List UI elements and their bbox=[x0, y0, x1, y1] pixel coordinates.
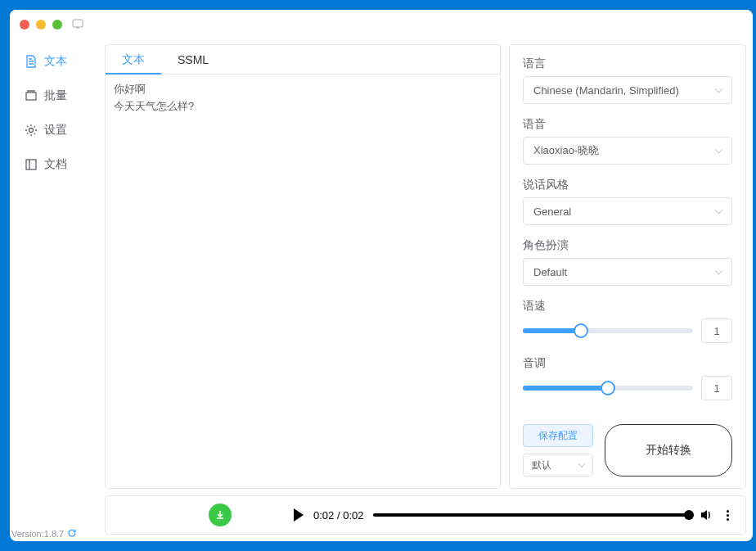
save-config-button[interactable]: 保存配置 bbox=[523, 424, 593, 447]
maximize-window-icon[interactable] bbox=[52, 20, 62, 29]
app-title: TTS-VUE bbox=[652, 13, 749, 30]
sidebar-item-batch[interactable]: 批量 bbox=[10, 79, 100, 113]
gear-icon bbox=[25, 124, 38, 137]
pitch-slider[interactable] bbox=[523, 380, 693, 396]
traffic-lights bbox=[20, 20, 62, 29]
speed-value[interactable]: 1 bbox=[701, 318, 732, 343]
language-label: 语言 bbox=[523, 56, 732, 71]
text-input[interactable]: 你好啊 今天天气怎么样? bbox=[106, 75, 500, 488]
speed-label: 语速 bbox=[523, 299, 732, 314]
player-bar: 0:02 / 0:02 bbox=[105, 495, 746, 535]
pitch-value[interactable]: 1 bbox=[701, 376, 732, 400]
preset-select[interactable]: 默认 bbox=[523, 454, 593, 476]
sidebar-item-docs[interactable]: 文档 bbox=[10, 147, 100, 182]
role-select[interactable]: Default bbox=[523, 258, 732, 286]
voice-label: 语音 bbox=[523, 117, 732, 132]
svg-point-3 bbox=[29, 129, 34, 133]
voice-select[interactable]: Xiaoxiao-晓晓 bbox=[523, 137, 732, 165]
role-label: 角色扮演 bbox=[523, 238, 732, 253]
sidebar: 文本 批量 设置 bbox=[10, 39, 100, 541]
download-button[interactable] bbox=[209, 504, 232, 526]
title-bar bbox=[10, 10, 753, 39]
close-window-icon[interactable] bbox=[20, 20, 29, 29]
version-bar: Version:1.8.7 bbox=[11, 528, 77, 540]
titlebar-app-icon bbox=[72, 19, 83, 31]
time-display: 0:02 / 0:02 bbox=[313, 509, 363, 522]
svg-rect-2 bbox=[26, 93, 36, 100]
svg-rect-4 bbox=[26, 160, 36, 169]
editor-panel: 文本 SSML 你好啊 今天天气怎么样? bbox=[105, 44, 501, 489]
refresh-icon[interactable] bbox=[67, 528, 77, 540]
volume-icon[interactable] bbox=[699, 508, 713, 522]
sidebar-item-text[interactable]: 文本 bbox=[10, 44, 100, 79]
convert-button[interactable]: 开始转换 bbox=[605, 424, 732, 476]
book-icon bbox=[25, 158, 38, 171]
minimize-window-icon[interactable] bbox=[36, 20, 46, 29]
sidebar-item-label: 文本 bbox=[44, 54, 67, 69]
progress-bar[interactable] bbox=[373, 513, 689, 517]
settings-panel: 语言 Chinese (Mandarin, Simplified) 语音 Xia… bbox=[509, 44, 746, 489]
speed-slider[interactable] bbox=[523, 323, 693, 339]
player-menu-icon[interactable] bbox=[723, 507, 732, 524]
editor-tabs: 文本 SSML bbox=[106, 45, 500, 75]
sidebar-item-label: 批量 bbox=[44, 88, 67, 103]
pitch-label: 音调 bbox=[523, 356, 732, 371]
tab-text[interactable]: 文本 bbox=[106, 45, 161, 74]
sidebar-item-settings[interactable]: 设置 bbox=[10, 113, 100, 147]
document-icon bbox=[25, 55, 38, 68]
style-select[interactable]: General bbox=[523, 197, 732, 225]
svg-rect-0 bbox=[73, 20, 83, 27]
sidebar-item-label: 设置 bbox=[44, 123, 67, 138]
language-select[interactable]: Chinese (Mandarin, Simplified) bbox=[523, 76, 732, 104]
sidebar-item-label: 文档 bbox=[44, 157, 67, 172]
play-button[interactable] bbox=[294, 508, 304, 522]
app-window: 文本 批量 设置 bbox=[10, 10, 753, 541]
tab-ssml[interactable]: SSML bbox=[161, 45, 225, 74]
version-label: Version:1.8.7 bbox=[11, 529, 64, 539]
batch-icon bbox=[25, 89, 38, 102]
style-label: 说话风格 bbox=[523, 178, 732, 192]
